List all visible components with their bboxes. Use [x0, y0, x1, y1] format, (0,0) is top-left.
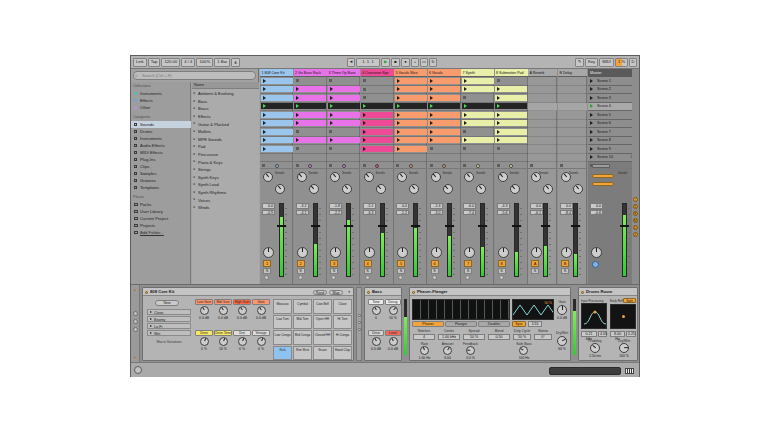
playing-clip[interactable]: [261, 103, 293, 109]
macro-variation-row[interactable]: Wet: [147, 330, 191, 336]
peak-value[interactable]: -2.2: [329, 210, 342, 216]
browser-folder-row[interactable]: ▸Synth Keys: [192, 174, 259, 182]
clip[interactable]: [361, 129, 393, 135]
browser-folder-row[interactable]: ▸Strings: [192, 166, 259, 174]
sidebar-item-instruments[interactable]: Instruments: [131, 90, 191, 97]
playing-clip[interactable]: [462, 103, 494, 109]
param-value[interactable]: 1.00 kHz: [438, 334, 460, 340]
browser-folder-row[interactable]: ▸Piano & Keys: [192, 158, 259, 166]
send-a-knob[interactable]: [263, 172, 273, 182]
clip[interactable]: [495, 86, 527, 92]
section-toggle-i[interactable]: I: [633, 197, 638, 202]
pan-knob[interactable]: [263, 247, 274, 258]
peak-value[interactable]: -7.4: [463, 210, 476, 216]
clip[interactable]: [294, 112, 326, 118]
sidebar-item-instruments[interactable]: Instruments: [131, 135, 191, 142]
param-value[interactable]: 0.50: [488, 334, 510, 340]
pan-knob[interactable]: [591, 247, 602, 258]
clip[interactable]: [495, 137, 527, 143]
clip[interactable]: [428, 78, 460, 84]
drum-pad-closedhh[interactable]: Closed HH: [313, 330, 332, 345]
send-a-knob[interactable]: [431, 172, 441, 182]
peak-value[interactable]: -4.1: [296, 210, 309, 216]
macro-variation-row[interactable]: Lo-Fi: [147, 323, 191, 329]
clip-slot[interactable]: [428, 77, 461, 86]
scene-row[interactable]: Scene 44: [588, 103, 636, 112]
playing-clip[interactable]: [395, 103, 427, 109]
track-activator-button[interactable]: B: [561, 260, 569, 267]
clip-slot[interactable]: [461, 137, 494, 146]
browser-folder-row[interactable]: ▸Ambient & Evolving: [192, 90, 259, 98]
track-activator-button[interactable]: 6: [431, 260, 439, 267]
input-filter-freq[interactable]: 0.21 kHz: [581, 331, 597, 337]
pan-knob[interactable]: [397, 247, 408, 258]
clip[interactable]: [328, 120, 360, 126]
track-header[interactable]: A Reverb: [528, 69, 557, 77]
volume-fader-handle[interactable]: [512, 225, 521, 227]
clip[interactable]: [261, 112, 293, 118]
clip[interactable]: [395, 137, 427, 143]
clip[interactable]: [294, 120, 326, 126]
volume-value[interactable]: -1.8: [329, 203, 342, 209]
send-b-knob[interactable]: [573, 184, 583, 194]
browser-folder-row[interactable]: ▸Guitar & Plucked: [192, 120, 259, 128]
clip[interactable]: [428, 86, 460, 92]
drum-pad-lowconga[interactable]: Low Conga: [273, 330, 292, 345]
map-mode-button[interactable]: Map: [329, 290, 343, 295]
browser-folder-row[interactable]: ▸Effects: [192, 113, 259, 121]
macro-variation-row[interactable]: Boomy: [147, 316, 191, 322]
arm-button[interactable]: [465, 275, 470, 280]
transport-control-44[interactable]: 4 / 4: [181, 58, 195, 67]
track-header[interactable]: 7 Synth: [461, 69, 494, 77]
input-filter-display[interactable]: [581, 303, 607, 329]
spin-amount-value[interactable]: 0.25: [626, 331, 636, 337]
volume-fader-handle[interactable]: [277, 225, 286, 227]
clip-slot[interactable]: [394, 137, 427, 146]
clip-slot[interactable]: [361, 137, 394, 146]
scene-row[interactable]: Scene 88: [588, 137, 636, 146]
phaser-knob-feedback[interactable]: [466, 346, 475, 355]
tab-flanger[interactable]: Flanger: [445, 321, 477, 327]
peak-value[interactable]: -6.1: [530, 210, 543, 216]
browser-folder-row[interactable]: ▸MPE Sounds: [192, 136, 259, 144]
volume-value[interactable]: 0.0: [262, 203, 275, 209]
clip-slot[interactable]: [394, 145, 427, 154]
browser-list-header[interactable]: Name: [192, 82, 259, 89]
clip-slot[interactable]: [361, 77, 394, 86]
clip-stop-button[interactable]: [396, 164, 399, 167]
clip-slot[interactable]: [260, 128, 293, 137]
solo-button[interactable]: S: [561, 268, 569, 274]
volume-value[interactable]: 0.0: [590, 203, 603, 209]
clip[interactable]: [328, 95, 360, 101]
clip[interactable]: [395, 120, 427, 126]
pan-knob[interactable]: [464, 247, 475, 258]
chain-toggle-0[interactable]: [358, 314, 361, 317]
clip[interactable]: [495, 95, 527, 101]
pan-knob[interactable]: [498, 247, 509, 258]
clip[interactable]: [328, 137, 360, 143]
sidebar-item-effects[interactable]: Effects: [131, 97, 191, 104]
peak-value[interactable]: -8.4: [560, 210, 573, 216]
spin-rate-value[interactable]: 8.00 Hz: [610, 331, 625, 337]
spin-xy-display[interactable]: [610, 304, 636, 329]
clip-slot[interactable]: [428, 137, 461, 146]
clip-slot[interactable]: [394, 94, 427, 103]
send-a-knob[interactable]: [531, 172, 541, 182]
overdub-button[interactable]: +: [411, 58, 419, 67]
clip-slot[interactable]: [495, 77, 528, 86]
clip-slot[interactable]: [327, 103, 360, 112]
track-header[interactable]: 1 808 Core Kit: [260, 69, 293, 77]
clip-slot[interactable]: [294, 120, 327, 129]
sidebar-item-grooves[interactable]: Grooves: [131, 177, 191, 184]
clip-stop-button[interactable]: [530, 164, 533, 167]
clip-slot[interactable]: [428, 86, 461, 95]
pan-knob[interactable]: [531, 247, 542, 258]
solo-button[interactable]: S: [397, 268, 405, 274]
clip[interactable]: [328, 112, 360, 118]
search-input[interactable]: [133, 71, 256, 80]
clip-stop-button[interactable]: [560, 164, 563, 167]
tab-doubler[interactable]: Doubler: [478, 321, 510, 327]
arm-button[interactable]: [264, 275, 269, 280]
volume-value[interactable]: -3.2: [296, 203, 309, 209]
clip-slot[interactable]: [361, 120, 394, 129]
